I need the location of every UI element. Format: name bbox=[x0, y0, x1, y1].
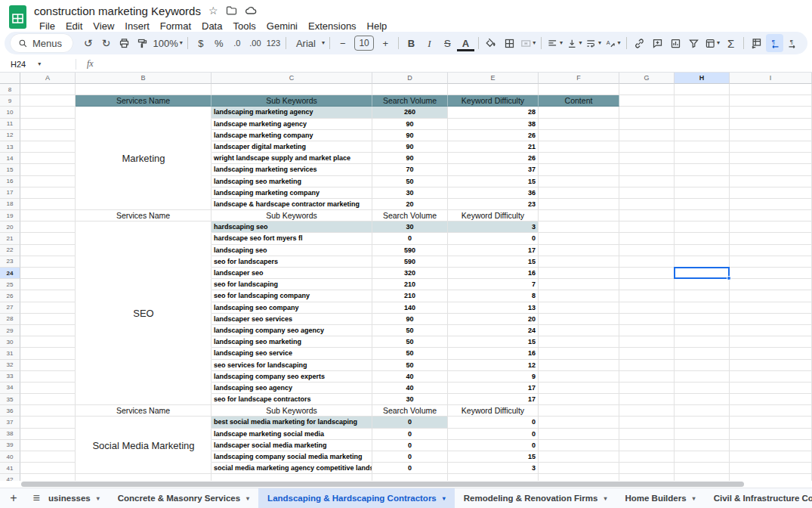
cell[interactable] bbox=[76, 107, 211, 118]
cell[interactable] bbox=[20, 302, 76, 314]
cell[interactable] bbox=[675, 279, 730, 290]
decrease-font-size-button[interactable]: − bbox=[334, 34, 351, 52]
cell[interactable] bbox=[730, 268, 812, 279]
table-direction-icon[interactable] bbox=[748, 34, 765, 52]
cell[interactable] bbox=[730, 325, 812, 336]
cell[interactable]: 90 bbox=[372, 314, 448, 325]
row-header-11[interactable]: 11 bbox=[0, 119, 20, 130]
column-header-A[interactable]: A bbox=[20, 73, 76, 84]
cell[interactable] bbox=[20, 164, 76, 175]
cell[interactable] bbox=[730, 199, 812, 210]
cell[interactable] bbox=[76, 153, 211, 164]
cell[interactable] bbox=[539, 336, 619, 348]
cell[interactable] bbox=[20, 429, 76, 440]
cell[interactable]: wright landscape supply and market place bbox=[211, 153, 372, 164]
cell[interactable]: 0 bbox=[372, 429, 448, 440]
cell[interactable] bbox=[76, 394, 211, 405]
menu-extensions[interactable]: Extensions bbox=[303, 20, 362, 33]
cell[interactable] bbox=[539, 279, 619, 290]
cell[interactable] bbox=[539, 233, 619, 244]
menu-gemini[interactable]: Gemini bbox=[261, 20, 303, 33]
cell[interactable] bbox=[730, 302, 812, 314]
cell[interactable]: 28 bbox=[448, 107, 539, 118]
cell[interactable] bbox=[76, 440, 211, 451]
row-header-33[interactable]: 33 bbox=[0, 371, 20, 383]
menu-view[interactable]: View bbox=[88, 20, 119, 33]
decrease-decimal-button[interactable]: .0 bbox=[228, 34, 245, 52]
cell[interactable] bbox=[539, 348, 619, 359]
cell[interactable] bbox=[20, 325, 76, 336]
cell[interactable] bbox=[20, 394, 76, 405]
cell[interactable]: 0 bbox=[372, 463, 448, 474]
cell[interactable]: 26 bbox=[448, 153, 539, 164]
cell[interactable]: landscaping seo agency bbox=[211, 383, 372, 394]
cell[interactable] bbox=[730, 153, 812, 164]
row-header-35[interactable]: 35 bbox=[0, 394, 20, 405]
cell[interactable]: 15 bbox=[448, 176, 539, 187]
cell[interactable] bbox=[730, 417, 812, 428]
cell[interactable]: landscaping marketing agency bbox=[211, 107, 372, 118]
cell[interactable] bbox=[76, 233, 211, 244]
cell[interactable]: 17 bbox=[448, 245, 539, 256]
selected-cell-H24[interactable] bbox=[674, 267, 730, 279]
cell[interactable]: landscape & hardscape contractor marketi… bbox=[211, 199, 372, 210]
cell[interactable]: Search Volume bbox=[372, 210, 448, 221]
create-filter-icon[interactable] bbox=[685, 34, 702, 52]
tab-dropdown-icon[interactable]: ▾ bbox=[97, 495, 100, 502]
row-header-18[interactable]: 18 bbox=[0, 199, 20, 210]
cell[interactable]: landscaping seo company bbox=[211, 302, 372, 314]
cell[interactable] bbox=[675, 187, 730, 199]
cell[interactable] bbox=[20, 314, 76, 325]
cell[interactable] bbox=[619, 405, 675, 417]
cell[interactable]: 0 bbox=[448, 417, 539, 428]
cell[interactable]: 20 bbox=[448, 314, 539, 325]
cell[interactable] bbox=[675, 95, 730, 107]
cell[interactable] bbox=[76, 463, 211, 474]
cell[interactable] bbox=[730, 348, 812, 359]
cell[interactable]: seo for landscape contractors bbox=[211, 394, 372, 405]
cell[interactable] bbox=[619, 84, 675, 95]
menu-data[interactable]: Data bbox=[196, 20, 227, 33]
cell[interactable]: 140 bbox=[372, 302, 448, 314]
cell[interactable] bbox=[20, 176, 76, 187]
name-box[interactable]: H24 ▾ bbox=[0, 60, 76, 69]
column-header-E[interactable]: E bbox=[448, 73, 539, 84]
filter-views-icon[interactable]: ▾ bbox=[703, 34, 722, 52]
cell[interactable] bbox=[539, 84, 619, 95]
column-header-D[interactable]: D bbox=[372, 73, 448, 84]
sheet-tab-remodeling-renovation-firms[interactable]: Remodeling & Renovation Firms▾ bbox=[455, 488, 616, 508]
cell[interactable] bbox=[539, 256, 619, 268]
cell[interactable]: 26 bbox=[448, 130, 539, 141]
column-header-F[interactable]: F bbox=[539, 73, 619, 84]
row-header-34[interactable]: 34 bbox=[0, 383, 20, 394]
cell[interactable] bbox=[539, 119, 619, 130]
text-direction-ltr-icon[interactable]: ¶ bbox=[766, 34, 783, 52]
cell[interactable] bbox=[20, 440, 76, 451]
cell[interactable]: 0 bbox=[448, 233, 539, 244]
cell[interactable] bbox=[730, 290, 812, 302]
cell[interactable] bbox=[76, 336, 211, 348]
cell[interactable] bbox=[76, 256, 211, 268]
cell[interactable] bbox=[675, 176, 730, 187]
cell[interactable] bbox=[730, 84, 812, 95]
menu-insert[interactable]: Insert bbox=[119, 20, 155, 33]
cell[interactable] bbox=[619, 279, 675, 290]
cell[interactable] bbox=[448, 84, 539, 95]
cell[interactable]: Services Name bbox=[76, 95, 211, 107]
cell[interactable]: 90 bbox=[372, 130, 448, 141]
cell[interactable] bbox=[730, 451, 812, 463]
cell[interactable] bbox=[619, 336, 675, 348]
document-title[interactable]: construction marketing Keywords bbox=[34, 5, 201, 17]
cell[interactable]: 15 bbox=[448, 256, 539, 268]
cell[interactable]: social media marketing agency competitiv… bbox=[211, 463, 372, 474]
row-header-36[interactable]: 36 bbox=[0, 405, 20, 417]
cell[interactable] bbox=[539, 463, 619, 474]
cell[interactable] bbox=[76, 314, 211, 325]
cell[interactable] bbox=[730, 256, 812, 268]
insert-link-icon[interactable] bbox=[631, 34, 648, 52]
text-rotation-icon[interactable]: A ▾ bbox=[604, 34, 622, 52]
cell[interactable]: 15 bbox=[448, 451, 539, 463]
cell[interactable]: 90 bbox=[372, 141, 448, 153]
cell[interactable]: Sub Keywords bbox=[211, 405, 372, 417]
cell[interactable] bbox=[675, 417, 730, 428]
